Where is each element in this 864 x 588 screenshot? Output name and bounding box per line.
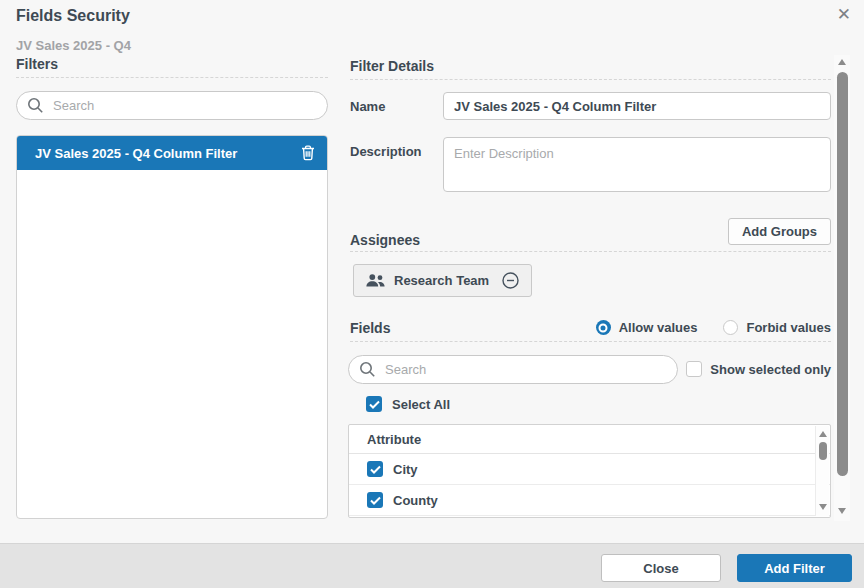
allow-values-radio[interactable]: Allow values (596, 320, 698, 335)
radio-selected-icon (596, 320, 611, 335)
fields-heading: Fields (350, 320, 390, 336)
filter-list-item-selected[interactable]: JV Sales 2025 - Q4 Column Filter (17, 136, 327, 170)
table-row[interactable]: City (349, 454, 830, 485)
group-icon (366, 274, 385, 287)
select-all-checkbox[interactable]: Select All (366, 396, 450, 412)
forbid-values-radio[interactable]: Forbid values (723, 320, 831, 335)
group-chip-label: Research Team (394, 273, 489, 288)
description-input[interactable] (443, 137, 831, 192)
panel-scrollbar[interactable] (834, 55, 850, 521)
scroll-down-icon[interactable] (838, 508, 846, 514)
table-column-header: Attribute (349, 425, 830, 454)
assignee-group-chip[interactable]: Research Team (353, 264, 532, 297)
filters-heading: Filters (16, 56, 328, 78)
remove-group-icon[interactable] (502, 272, 519, 289)
filter-details-heading: Filter Details (350, 58, 831, 80)
search-icon (27, 97, 44, 114)
fields-security-dialog: Fields Security ✕ JV Sales 2025 - Q4 Fil… (0, 0, 864, 588)
row-label: City (393, 462, 418, 477)
checkbox-unchecked-icon (686, 361, 702, 377)
checkbox-checked-icon (366, 396, 382, 412)
scroll-up-icon[interactable] (819, 431, 827, 437)
trash-icon[interactable] (301, 145, 315, 161)
add-filter-button[interactable]: Add Filter (737, 554, 852, 582)
fields-table: Attribute City County (348, 424, 831, 518)
checkbox-checked-icon[interactable] (367, 461, 383, 477)
scroll-down-icon[interactable] (819, 504, 827, 510)
scroll-up-icon[interactable] (838, 59, 846, 65)
table-scrollbar[interactable] (815, 426, 829, 516)
show-selected-only-checkbox[interactable]: Show selected only (686, 361, 831, 377)
datasource-subtitle: JV Sales 2025 - Q4 (16, 38, 131, 53)
radio-unselected-icon (723, 320, 738, 335)
dialog-title: Fields Security (16, 7, 130, 25)
filter-item-label: JV Sales 2025 - Q4 Column Filter (35, 146, 301, 161)
scrollbar-thumb[interactable] (819, 442, 827, 460)
checkbox-checked-icon[interactable] (367, 492, 383, 508)
fields-search[interactable] (348, 355, 678, 384)
name-label: Name (350, 99, 385, 114)
filters-search-input[interactable] (51, 97, 283, 114)
search-icon (359, 361, 376, 378)
filters-search[interactable] (16, 91, 328, 120)
values-mode-radio-group: Allow values Forbid values (596, 320, 831, 335)
filter-list: JV Sales 2025 - Q4 Column Filter (16, 135, 328, 519)
description-label: Description (350, 144, 422, 159)
scrollbar-thumb[interactable] (837, 72, 848, 476)
fields-search-input[interactable] (383, 361, 629, 378)
fields-heading-row: Fields Allow values Forbid values (350, 320, 831, 342)
close-icon[interactable]: ✕ (837, 5, 851, 25)
table-row[interactable]: County (349, 485, 830, 516)
assignees-heading: Assignees (350, 232, 831, 252)
name-input[interactable] (443, 92, 831, 120)
close-button[interactable]: Close (601, 554, 721, 582)
row-label: County (393, 493, 438, 508)
dialog-footer: Close Add Filter (0, 543, 864, 588)
